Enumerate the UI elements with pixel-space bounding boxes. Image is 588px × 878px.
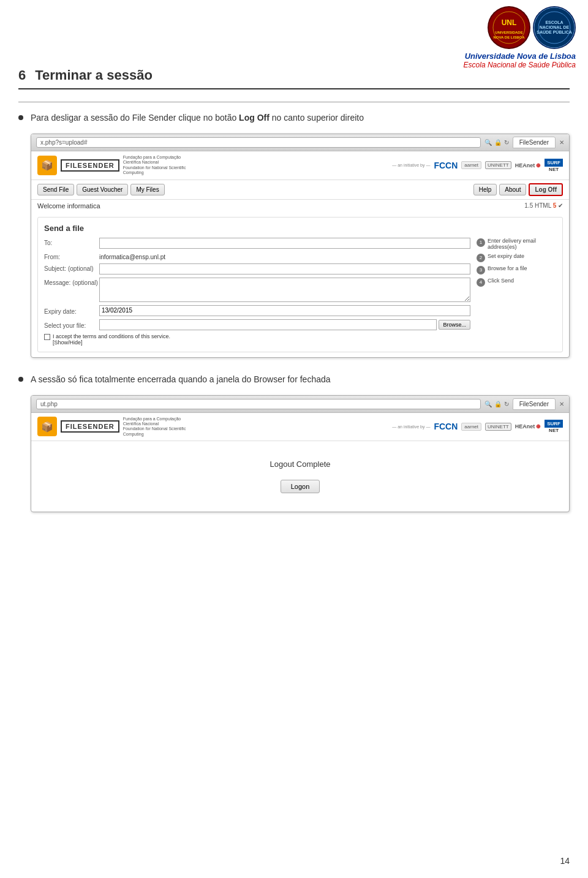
form-row-to: To: [44,238,470,249]
fs-partners: — an initiative by — FCCN aarnet UNINETT… [392,159,563,172]
fs-nav-left: Send File Guest Voucher My Files [37,184,165,195]
initiative-text: — an initiative by — [392,163,430,167]
browser-screenshot-1: x.php?s=upload# 🔍 🔒 ↻ FileSender ✕ 📦 FIL… [31,134,570,358]
logon-button[interactable]: Logon [281,480,320,493]
browser-url-2: ut.php [36,399,481,409]
logos-container: UNL UNIVERSIDADE NOVA DE LISBOA ESCOLA N… [488,6,576,49]
fs-nav-right: Help About Log Off [473,183,563,196]
bullet-dot-2 [18,377,23,382]
browser-tab-1: FileSender [513,137,556,148]
svg-text:ESCOLA: ESCOLA [545,20,563,25]
refresh-icon: ↻ [504,139,509,146]
section-number: 6 [18,67,26,83]
html5-badge: 1.5 HTML 5 ✔ [524,202,563,209]
file-input[interactable] [99,319,437,330]
filesender-name-2: FILESENDER [61,420,119,433]
logoff-button[interactable]: Log Off [529,183,563,196]
step-text-4: Click Send [488,278,514,284]
form-row-subject: Subject: (optional) [44,263,470,274]
svg-text:SAÚDE PÚBLICA: SAÚDE PÚBLICA [537,29,572,34]
page-number: 14 [560,856,570,866]
browse-button[interactable]: Browse... [439,320,470,330]
expiry-row: Expiry date: [44,305,470,316]
to-input[interactable] [99,238,470,249]
filesender-icon: 📦 [37,156,57,175]
logout-complete-text: Logout Complete [50,460,551,469]
form-left: To: From: informatica@ensp.unl.pt Subjec… [44,238,470,346]
help-button[interactable]: Help [473,184,497,195]
step-3: 3 Browse for a file [477,265,556,274]
svg-text:NACIONAL DE: NACIONAL DE [540,25,570,29]
bullet-item-2: A sessão só fica totalmente encerrada qu… [18,373,570,386]
logout-content: Logout Complete Logon [31,441,569,512]
top-logos-area: UNL UNIVERSIDADE NOVA DE LISBOA ESCOLA N… [464,6,576,69]
about-button[interactable]: About [499,184,526,195]
filesender-header-2: 📦 FILESENDER Fundação para a Computação … [31,413,569,442]
university-name-text: Universidade Nova de Lisboa [465,51,576,61]
guest-voucher-button[interactable]: Guest Voucher [77,184,128,195]
surf-logo-2: SURF [545,420,563,428]
fs-partners-2: — an initiative by — FCCN aarnet UNINETT… [392,420,563,433]
close-icon-1[interactable]: ✕ [559,139,564,146]
search-icon: 🔍 [484,139,492,146]
terms-text: I accept the terms and conditions of thi… [53,333,170,346]
aarnet-tag-2: aarnet [461,423,481,431]
send-file-container: Send a file To: From: informatica@ensp.u… [37,217,563,352]
terms-checkbox[interactable] [44,334,50,340]
lock-icon: 🔒 [494,139,502,146]
step-text-3: Browse for a file [488,265,527,271]
browser-nav-icons-2: 🔍 🔒 ↻ [484,401,509,407]
uninett-tag-2: UNINETT [485,423,511,431]
filesender-name: FILESENDER [61,159,119,172]
surf-logo: SURF [545,159,563,167]
aarnet-tag: aarnet [461,161,481,169]
step-2: 2 Set expiry date [477,253,556,262]
heanet-tag: HEAnet ⊕ [515,162,541,168]
step-1: 1 Enter delivery email address(es) [477,238,556,250]
svg-text:UNL: UNL [502,18,517,27]
message-textarea[interactable] [99,278,470,302]
from-value: informatica@ensp.unl.pt [99,252,470,260]
svg-text:UNIVERSIDADE: UNIVERSIDADE [495,31,522,34]
filesender-logo-area: 📦 FILESENDER Fundação para a Computação … [37,155,197,176]
message-label: Message: (optional) [44,278,99,286]
subject-label: Subject: (optional) [44,263,99,272]
form-row-message: Message: (optional) [44,278,470,302]
browser-titlebar-1: x.php?s=upload# 🔍 🔒 ↻ FileSender ✕ [31,134,569,151]
step-text-1: Enter delivery email address(es) [488,238,556,250]
to-label: To: [44,238,99,246]
close-icon-2[interactable]: ✕ [559,401,564,407]
section-title: Terminar a sessão [35,67,153,83]
ensp-logo: ESCOLA NACIONAL DE SAÚDE PÚBLICA [533,6,576,49]
school-name-text: Escola Nacional de Saúde Pública [464,61,576,69]
filesender-logo-area-2: 📦 FILESENDER Fundação para a Computação … [37,417,197,437]
bullet-text-2: A sessão só fica totalmente encerrada qu… [31,373,331,386]
svg-point-0 [489,7,529,48]
initiative-text-2: — an initiative by — [392,425,430,429]
step-num-1: 1 [477,238,485,247]
file-label: Select your file: [44,320,99,329]
my-files-button[interactable]: My Files [130,184,164,195]
browser-screenshot-2: ut.php 🔍 🔒 ↻ FileSender ✕ 📦 FILESENDER F… [31,395,570,513]
lock-icon-2: 🔒 [494,401,502,407]
form-right-steps: 1 Enter delivery email address(es) 2 Set… [477,238,556,346]
filesender-icon-2: 📦 [37,417,57,436]
form-row-from: From: informatica@ensp.unl.pt [44,252,470,260]
refresh-icon-2: ↻ [504,401,509,407]
fs-org-text-2: Fundação para a Computação Científica Na… [123,417,197,437]
heanet-tag-2: HEAnet ⊕ [515,423,541,430]
search-icon-2: 🔍 [484,401,492,407]
expiry-input[interactable] [99,305,470,316]
unl-logo: UNL UNIVERSIDADE NOVA DE LISBOA [488,6,530,49]
fccn-logo: FCCN [434,161,458,170]
step-4: 4 Click Send [477,278,556,287]
browser-tab-2: FileSender [513,398,556,410]
file-row: Select your file: Browse... [44,319,470,330]
uninett-tag: UNINETT [485,161,511,169]
bullet-item-1: Para desligar a sessão do File Sender cl… [18,112,570,124]
form-layout: To: From: informatica@ensp.unl.pt Subjec… [44,238,556,346]
send-file-button[interactable]: Send File [37,184,74,195]
step-text-2: Set expiry date [488,253,524,259]
welcome-text: Welcome informatica [37,202,100,210]
subject-input[interactable] [99,263,470,274]
